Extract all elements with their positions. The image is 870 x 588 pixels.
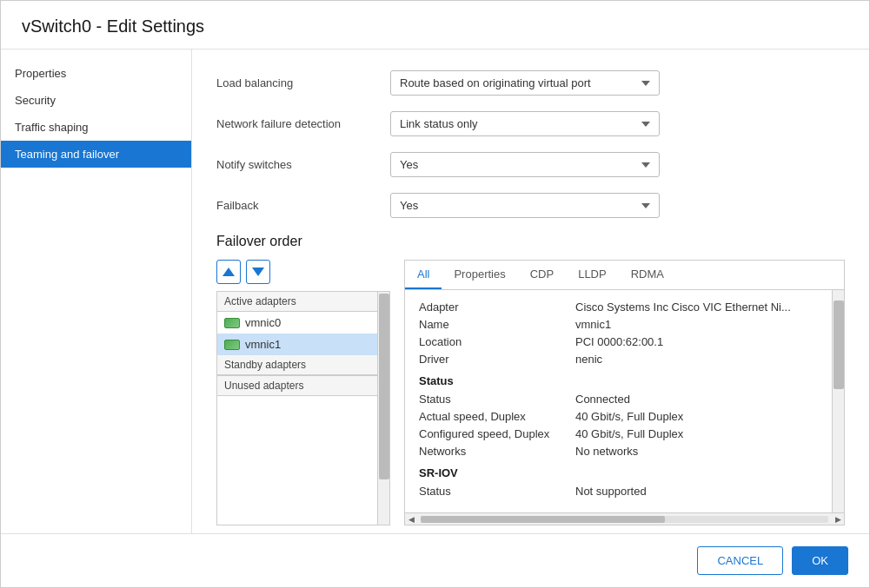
detail-key-sriov-status: Status [419, 485, 575, 498]
notify-switches-row: Notify switches Yes [216, 152, 845, 177]
detail-row-adapter: Adapter Cisco Systems Inc Cisco VIC Ethe… [419, 301, 818, 314]
sidebar-item-security[interactable]: Security [1, 87, 191, 114]
failback-select[interactable]: Yes [390, 193, 660, 218]
nic-icon [224, 340, 240, 350]
load-balancing-label: Load balancing [216, 76, 390, 89]
adapter-vmnic0[interactable]: vmnic0 [217, 312, 389, 334]
status-section-header: Status [419, 374, 818, 387]
detail-row-configured-speed: Configured speed, Duplex 40 Gbit/s, Full… [419, 427, 818, 440]
main-content: Load balancing Route based on originatin… [192, 50, 869, 533]
detail-key-name: Name [419, 318, 575, 331]
detail-content: Adapter Cisco Systems Inc Cisco VIC Ethe… [405, 290, 844, 512]
detail-tabs: All Properties CDP LLDP RDMA [405, 261, 844, 290]
detail-key-location: Location [419, 335, 575, 348]
detail-val-location: PCI 0000:62:00.1 [575, 335, 663, 348]
scrollbar-thumb [379, 294, 389, 479]
arrow-up-icon [222, 268, 235, 276]
adapter-vmnic1[interactable]: vmnic1 [217, 334, 389, 355]
detail-row-driver: Driver nenic [419, 353, 818, 366]
tab-rdma[interactable]: RDMA [619, 261, 676, 289]
detail-row-sriov-status: Status Not supported [419, 485, 818, 498]
detail-key-adapter: Adapter [419, 301, 575, 314]
notify-switches-label: Notify switches [216, 158, 390, 171]
detail-scroll-area[interactable]: Adapter Cisco Systems Inc Cisco VIC Ethe… [405, 290, 832, 512]
detail-scrollbar[interactable] [832, 290, 844, 512]
adapter-list-container: Active adapters vmnic0 vmnic1 Standby ad… [216, 291, 390, 525]
network-failure-row: Network failure detection Link status on… [216, 111, 845, 136]
detail-scrollbar-thumb [833, 301, 844, 389]
tab-all[interactable]: All [405, 261, 442, 289]
adapter-panel: Active adapters vmnic0 vmnic1 Standby ad… [216, 260, 390, 525]
detail-key-status: Status [419, 393, 575, 406]
hscroll-left-arrow[interactable]: ◀ [405, 513, 417, 525]
tab-properties[interactable]: Properties [442, 261, 517, 289]
failover-section: Failover order Active [216, 234, 845, 533]
detail-panel: All Properties CDP LLDP RDMA Adapter [404, 260, 845, 525]
detail-key-driver: Driver [419, 353, 575, 366]
network-failure-select[interactable]: Link status only [390, 111, 660, 136]
ok-button[interactable]: OK [792, 546, 848, 575]
dialog-body: Properties Security Traffic shaping Team… [1, 50, 869, 533]
detail-row-actual-speed: Actual speed, Duplex 40 Gbit/s, Full Dup… [419, 410, 818, 423]
detail-key-configured-speed: Configured speed, Duplex [419, 427, 575, 440]
detail-row-status: Status Connected [419, 393, 818, 406]
detail-val-configured-speed: 40 Gbit/s, Full Duplex [575, 427, 683, 440]
detail-row-location: Location PCI 0000:62:00.1 [419, 335, 818, 348]
detail-val-actual-speed: 40 Gbit/s, Full Duplex [575, 410, 683, 423]
sidebar-item-properties[interactable]: Properties [1, 60, 191, 87]
load-balancing-row: Load balancing Route based on originatin… [216, 70, 845, 96]
tab-lldp[interactable]: LLDP [566, 261, 619, 289]
edit-settings-dialog: vSwitch0 - Edit Settings Properties Secu… [0, 0, 870, 588]
adapter-arrows [216, 260, 390, 284]
tab-cdp[interactable]: CDP [518, 261, 566, 289]
standby-adapters-label: Standby adapters [217, 355, 389, 375]
failback-label: Failback [216, 199, 390, 212]
dialog-footer: CANCEL OK [1, 533, 869, 587]
dialog-title: vSwitch0 - Edit Settings [1, 1, 869, 50]
detail-val-networks: No networks [575, 445, 638, 458]
detail-key-networks: Networks [419, 445, 575, 458]
nic-icon [224, 318, 240, 328]
hscroll-right-arrow[interactable]: ▶ [832, 513, 844, 525]
detail-key-actual-speed: Actual speed, Duplex [419, 410, 575, 423]
failover-body: Active adapters vmnic0 vmnic1 Standby ad… [216, 260, 845, 525]
adapter-scrollbar[interactable] [377, 292, 389, 525]
detail-val-name: vmnic1 [575, 318, 611, 331]
detail-row-name: Name vmnic1 [419, 318, 818, 331]
move-up-button[interactable] [216, 260, 241, 284]
hscroll-thumb [421, 516, 665, 523]
sidebar-item-teaming-failover[interactable]: Teaming and failover [1, 141, 191, 168]
failback-row: Failback Yes [216, 193, 845, 218]
detail-val-status: Connected [575, 393, 630, 406]
hscroll-track [421, 516, 828, 523]
sidebar: Properties Security Traffic shaping Team… [1, 50, 192, 533]
detail-val-sriov-status: Not supported [575, 485, 647, 498]
network-failure-label: Network failure detection [216, 117, 390, 130]
cancel-button[interactable]: CANCEL [697, 546, 783, 575]
arrow-down-icon [252, 268, 264, 276]
sidebar-item-traffic-shaping[interactable]: Traffic shaping [1, 114, 191, 141]
sriov-section-header: SR-IOV [419, 466, 818, 479]
move-down-button[interactable] [246, 260, 270, 284]
notify-switches-select[interactable]: Yes [390, 152, 660, 177]
adapter-vmnic1-name: vmnic1 [245, 338, 281, 351]
active-adapters-label: Active adapters [217, 292, 389, 312]
detail-val-driver: nenic [575, 353, 602, 366]
unused-adapters-label: Unused adapters [217, 375, 389, 396]
load-balancing-select[interactable]: Route based on originating virtual port [390, 70, 660, 96]
detail-hscrollbar[interactable]: ◀ ▶ [405, 512, 844, 525]
detail-row-networks: Networks No networks [419, 445, 818, 458]
adapter-vmnic0-name: vmnic0 [245, 316, 281, 329]
failover-title: Failover order [216, 234, 845, 249]
detail-val-adapter: Cisco Systems Inc Cisco VIC Ethernet Ni.… [575, 301, 791, 314]
